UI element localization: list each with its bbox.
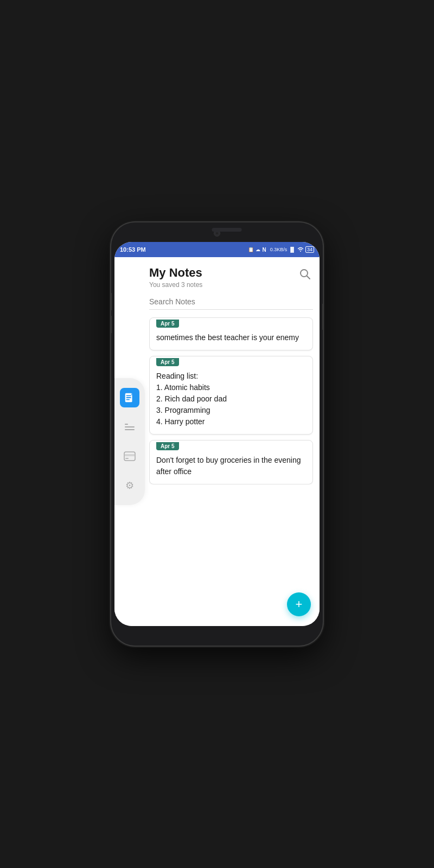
header-text: My Notes You saved 3 notes [149,266,202,289]
sidebar-item-settings[interactable]: ⚙ [120,476,139,495]
notes-icon [124,392,136,404]
search-button[interactable] [297,266,313,284]
note-card-3[interactable]: Apr 5 Don't forget to buy groceries in t… [149,440,313,484]
gear-icon: ⚙ [125,480,134,492]
status-icons: 📋 ☁ N 0.3KB/s ▐▌ 34 [248,246,314,253]
screen: 10:53 PM 📋 ☁ N 0.3KB/s ▐▌ [114,242,320,626]
volume-up-button[interactable] [111,293,112,310]
notification-icon: N [262,247,266,253]
signal-icon: ▐▌ [289,247,296,252]
note-card-1[interactable]: Apr 5 sometimes the best teacher is your… [149,317,313,350]
speaker [212,228,242,232]
note-3-date: Apr 5 [156,442,179,450]
data-speed: 0.3KB/s [270,247,288,252]
phone-shell: 10:53 PM 📋 ☁ N 0.3KB/s ▐▌ [111,222,323,646]
note-1-text: sometimes the best teacher is your enemy [156,332,306,343]
wifi-icon [297,246,304,253]
status-bar: 10:53 PM 📋 ☁ N 0.3KB/s ▐▌ [114,242,320,257]
notes-count: You saved 3 notes [149,281,202,289]
card-icon [124,451,136,461]
sidebar-item-menu[interactable] [120,417,139,437]
note-1-date: Apr 5 [156,320,179,328]
status-time: 10:53 PM [120,246,146,253]
sidebar-item-card[interactable] [120,446,139,466]
sidebar-item-notes[interactable] [120,388,139,407]
search-icon [299,268,311,280]
app-content: ⚙ My Notes You saved 3 notes [114,257,320,626]
add-note-button[interactable]: + [287,592,311,616]
battery-level: 34 [307,247,312,252]
fab-plus-icon: + [296,597,303,611]
page-header: My Notes You saved 3 notes [149,266,313,289]
volume-down-button[interactable] [111,316,112,333]
sidebar: ⚙ [114,378,145,505]
svg-rect-3 [125,458,129,459]
menu-icon [125,424,135,430]
svg-rect-2 [124,454,135,456]
main-area: My Notes You saved 3 notes [114,257,320,626]
page-title: My Notes [149,266,202,280]
notes-list: Apr 5 sometimes the best teacher is your… [149,317,313,484]
note-2-date: Apr 5 [156,358,179,366]
note-card-2[interactable]: Apr 5 Reading list: 1. Atomic habits 2. … [149,356,313,435]
battery-icon: 34 [305,246,314,253]
note-3-text: Don't forget to buy groceries in the eve… [156,455,306,477]
power-button[interactable] [322,304,323,330]
clipboard-icon: 📋 [248,247,254,252]
search-input[interactable] [149,294,313,310]
cloud-icon: ☁ [256,247,260,252]
note-2-text: Reading list: 1. Atomic habits 2. Rich d… [156,371,306,427]
